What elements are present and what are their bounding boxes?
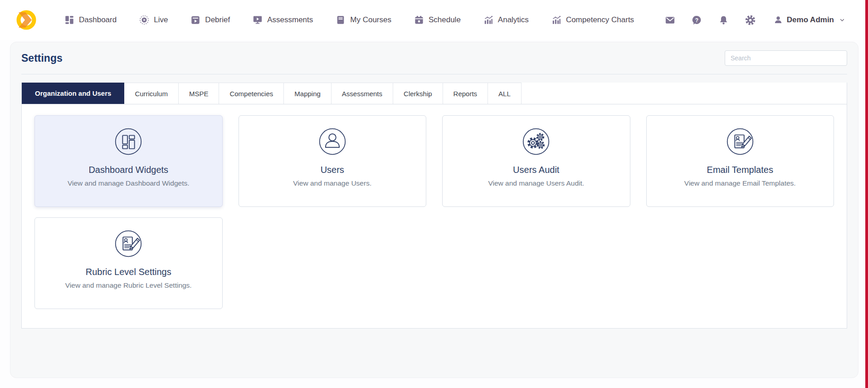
tab-mapping[interactable]: Mapping (284, 83, 332, 104)
settings-card-email-templates[interactable]: Email TemplatesView and manage Email Tem… (646, 115, 834, 207)
page-title: Settings (21, 52, 63, 64)
app-logo-icon[interactable] (15, 9, 36, 31)
settings-card-users[interactable]: UsersView and manage Users. (239, 115, 427, 207)
top-navbar: DashboardLiveDebriefAssessmentsMy Course… (0, 0, 868, 40)
tab-curriculum[interactable]: Curriculum (124, 83, 179, 104)
user-icon (774, 15, 783, 25)
nav-item-label: Dashboard (79, 15, 117, 25)
card-description: View and manage Dashboard Widgets. (35, 179, 222, 187)
nav-item-label: Debrief (205, 15, 230, 25)
my-courses-icon (336, 15, 346, 25)
settings-card-grid: Dashboard WidgetsView and manage Dashboa… (22, 104, 847, 320)
notifications-icon[interactable] (718, 15, 729, 25)
settings-main-card: Settings Organization and UsersCurriculu… (10, 42, 858, 378)
nav-item-label: My Courses (350, 15, 391, 25)
settings-card-dashboard-widgets[interactable]: Dashboard WidgetsView and manage Dashboa… (34, 115, 223, 207)
nav-item-schedule[interactable]: Schedule (414, 15, 461, 25)
card-description: View and manage Email Templates. (647, 179, 834, 187)
tab-assessments[interactable]: Assessments (332, 83, 393, 104)
users-audit-icon (518, 124, 554, 159)
tab-mspe[interactable]: MSPE (179, 83, 219, 104)
dashboard-widgets-icon (111, 124, 146, 159)
nav-item-dashboard[interactable]: Dashboard (64, 15, 117, 25)
help-icon[interactable]: ? (692, 15, 702, 25)
card-title: Rubric Level Settings (35, 267, 222, 277)
nav-item-live[interactable]: Live (139, 15, 168, 25)
competency-charts-icon (551, 15, 561, 25)
card-description: View and manage Users. (239, 179, 426, 187)
settings-gear-icon[interactable] (745, 15, 756, 25)
tab-competencies[interactable]: Competencies (219, 83, 284, 104)
settings-tabbar: Organization and UsersCurriculumMSPEComp… (22, 83, 847, 104)
card-title: Users (239, 165, 426, 175)
schedule-icon (414, 15, 424, 25)
chevron-down-icon (839, 17, 845, 23)
search-input[interactable] (725, 50, 847, 66)
nav-item-competency-charts[interactable]: Competency Charts (551, 15, 634, 25)
screen-edge-strip (865, 0, 868, 388)
svg-text:?: ? (695, 17, 698, 23)
nav-item-my-courses[interactable]: My Courses (336, 15, 391, 25)
mail-icon[interactable] (665, 15, 675, 25)
nav-item-debrief[interactable]: Debrief (190, 15, 230, 25)
nav-item-analytics[interactable]: Analytics (483, 15, 529, 25)
nav-item-label: Live (154, 15, 168, 25)
settings-card-users-audit[interactable]: Users AuditView and manage Users Audit. (442, 115, 630, 207)
card-description: View and manage Users Audit. (443, 179, 630, 187)
tab-all[interactable]: ALL (488, 83, 522, 104)
card-title: Users Audit (443, 165, 630, 175)
tab-clerkship[interactable]: Clerkship (393, 83, 443, 104)
tab-reports[interactable]: Reports (443, 83, 488, 104)
settings-header: Settings (21, 42, 847, 74)
user-menu[interactable]: Demo Admin (774, 15, 845, 25)
card-description: View and manage Rubric Level Settings. (35, 281, 222, 290)
nav-item-label: Assessments (267, 15, 313, 25)
dashboard-icon (64, 15, 74, 25)
assessments-icon (253, 15, 263, 25)
user-name: Demo Admin (787, 15, 834, 25)
tab-organization-and-users[interactable]: Organization and Users (22, 83, 124, 104)
settings-panel: Organization and UsersCurriculumMSPEComp… (21, 83, 847, 329)
users-icon (315, 124, 350, 159)
nav-actions: ? (665, 15, 756, 25)
email-templates-icon (722, 124, 758, 159)
nav-item-label: Analytics (498, 15, 529, 25)
debrief-icon (190, 15, 200, 25)
nav-item-label: Schedule (429, 15, 461, 25)
card-title: Email Templates (647, 165, 834, 175)
live-icon (139, 15, 149, 25)
rubric-level-settings-icon (111, 226, 146, 261)
analytics-icon (483, 15, 493, 25)
nav-item-assessments[interactable]: Assessments (253, 15, 313, 25)
main-nav: DashboardLiveDebriefAssessmentsMy Course… (64, 15, 651, 25)
nav-item-label: Competency Charts (566, 15, 634, 25)
settings-card-rubric-level-settings[interactable]: Rubric Level SettingsView and manage Rub… (34, 217, 223, 309)
card-title: Dashboard Widgets (35, 165, 222, 175)
